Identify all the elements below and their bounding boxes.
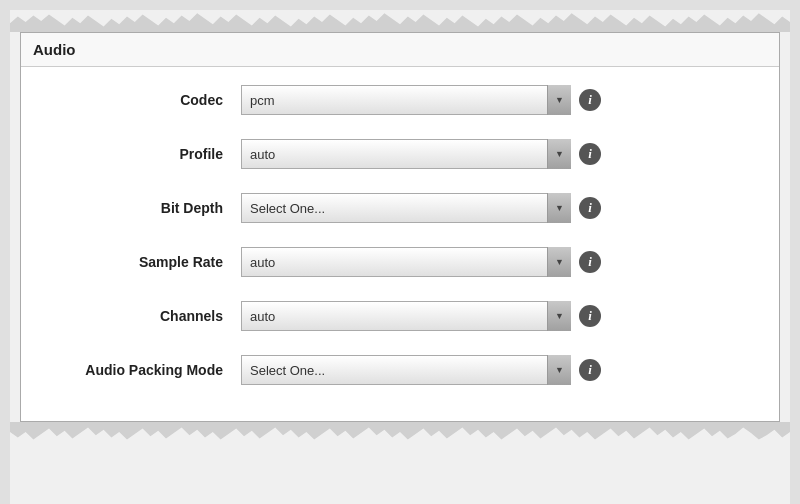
control-wrapper-codec: pcmaacmp3ac3i xyxy=(241,85,759,115)
select-wrapper-codec: pcmaacmp3ac3 xyxy=(241,85,571,115)
select-channels[interactable]: auto125.1 xyxy=(241,301,571,331)
info-icon-profile[interactable]: i xyxy=(579,143,601,165)
select-wrapper-bit-depth: Select One...8162432 xyxy=(241,193,571,223)
label-channels: Channels xyxy=(41,308,241,324)
label-sample-rate: Sample Rate xyxy=(41,254,241,270)
form-row-sample-rate: Sample Rateauto800011025220504410048000i xyxy=(41,239,759,285)
info-icon-sample-rate[interactable]: i xyxy=(579,251,601,273)
select-audio-packing-mode[interactable]: Select One...Packed AudioRAW xyxy=(241,355,571,385)
label-profile: Profile xyxy=(41,146,241,162)
control-wrapper-sample-rate: auto800011025220504410048000i xyxy=(241,247,759,277)
panel-title: Audio xyxy=(33,41,76,58)
form-row-bit-depth: Bit DepthSelect One...8162432i xyxy=(41,185,759,231)
info-icon-channels[interactable]: i xyxy=(579,305,601,327)
control-wrapper-profile: autobaselinemainhighi xyxy=(241,139,759,169)
select-wrapper-profile: autobaselinemainhigh xyxy=(241,139,571,169)
select-sample-rate[interactable]: auto800011025220504410048000 xyxy=(241,247,571,277)
info-icon-codec[interactable]: i xyxy=(579,89,601,111)
form-row-profile: Profileautobaselinemainhighi xyxy=(41,131,759,177)
control-wrapper-audio-packing-mode: Select One...Packed AudioRAWi xyxy=(241,355,759,385)
info-icon-bit-depth[interactable]: i xyxy=(579,197,601,219)
form-row-codec: Codecpcmaacmp3ac3i xyxy=(41,77,759,123)
label-audio-packing-mode: Audio Packing Mode xyxy=(41,362,241,378)
select-wrapper-sample-rate: auto800011025220504410048000 xyxy=(241,247,571,277)
select-bit-depth[interactable]: Select One...8162432 xyxy=(241,193,571,223)
control-wrapper-channels: auto125.1i xyxy=(241,301,759,331)
select-wrapper-audio-packing-mode: Select One...Packed AudioRAW xyxy=(241,355,571,385)
form-row-channels: Channelsauto125.1i xyxy=(41,293,759,339)
select-wrapper-channels: auto125.1 xyxy=(241,301,571,331)
select-codec[interactable]: pcmaacmp3ac3 xyxy=(241,85,571,115)
info-icon-audio-packing-mode[interactable]: i xyxy=(579,359,601,381)
control-wrapper-bit-depth: Select One...8162432i xyxy=(241,193,759,223)
panel-body: Codecpcmaacmp3ac3iProfileautobaselinemai… xyxy=(21,67,779,421)
select-profile[interactable]: autobaselinemainhigh xyxy=(241,139,571,169)
form-row-audio-packing-mode: Audio Packing ModeSelect One...Packed Au… xyxy=(41,347,759,393)
label-codec: Codec xyxy=(41,92,241,108)
label-bit-depth: Bit Depth xyxy=(41,200,241,216)
